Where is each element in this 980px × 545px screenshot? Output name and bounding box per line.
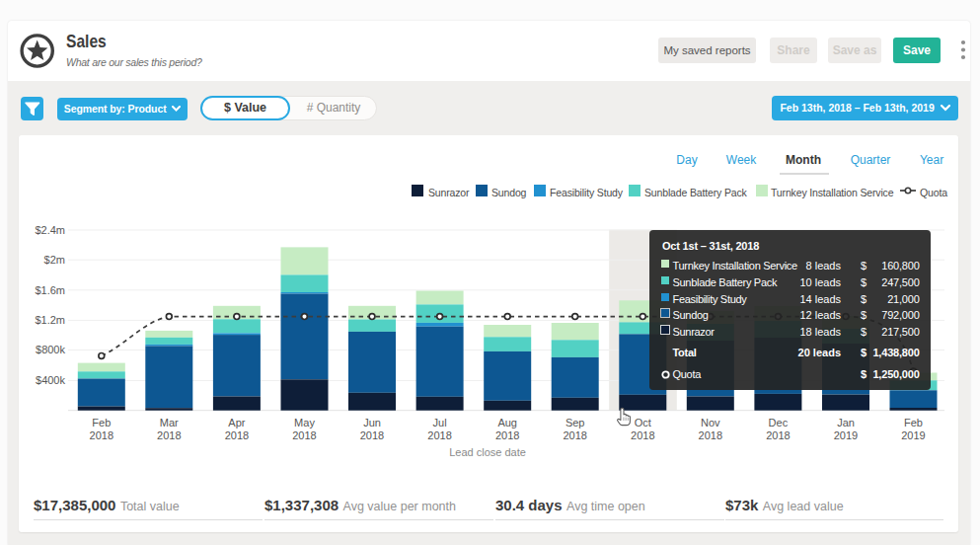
svg-text:$800k: $800k xyxy=(36,344,65,355)
svg-text:2018: 2018 xyxy=(360,429,384,441)
svg-text:$2.4m: $2.4m xyxy=(35,224,65,236)
svg-text:Jan: Jan xyxy=(837,417,855,428)
svg-text:Nov: Nov xyxy=(701,417,720,428)
svg-text:2018: 2018 xyxy=(427,429,451,441)
svg-text:2018: 2018 xyxy=(225,429,249,441)
svg-text:2018: 2018 xyxy=(495,429,519,441)
svg-text:$1.2m: $1.2m xyxy=(35,314,65,326)
svg-text:2019: 2019 xyxy=(901,429,925,441)
svg-text:Lead close date: Lead close date xyxy=(449,446,526,458)
svg-text:2018: 2018 xyxy=(90,429,113,441)
svg-text:$1.6m: $1.6m xyxy=(35,284,65,296)
svg-text:Oct: Oct xyxy=(635,417,651,428)
svg-text:Sep: Sep xyxy=(565,417,585,428)
svg-text:Apr: Apr xyxy=(228,417,245,428)
svg-text:Feb: Feb xyxy=(904,417,923,428)
svg-text:Aug: Aug xyxy=(497,417,517,428)
svg-text:2018: 2018 xyxy=(563,429,586,441)
svg-text:Mar: Mar xyxy=(160,417,179,428)
svg-text:2018: 2018 xyxy=(631,429,654,441)
svg-text:Jun: Jun xyxy=(363,417,381,428)
svg-text:Feb: Feb xyxy=(92,417,111,428)
svg-text:2019: 2019 xyxy=(834,429,858,441)
svg-text:2018: 2018 xyxy=(157,429,181,441)
svg-text:2018: 2018 xyxy=(766,429,790,441)
svg-text:2018: 2018 xyxy=(699,429,722,441)
svg-text:$2m: $2m xyxy=(44,254,65,266)
svg-text:Jul: Jul xyxy=(433,417,447,428)
svg-text:$400k: $400k xyxy=(36,374,65,386)
svg-text:May: May xyxy=(294,417,315,428)
svg-text:2018: 2018 xyxy=(292,429,316,441)
svg-text:Dec: Dec xyxy=(769,417,789,428)
